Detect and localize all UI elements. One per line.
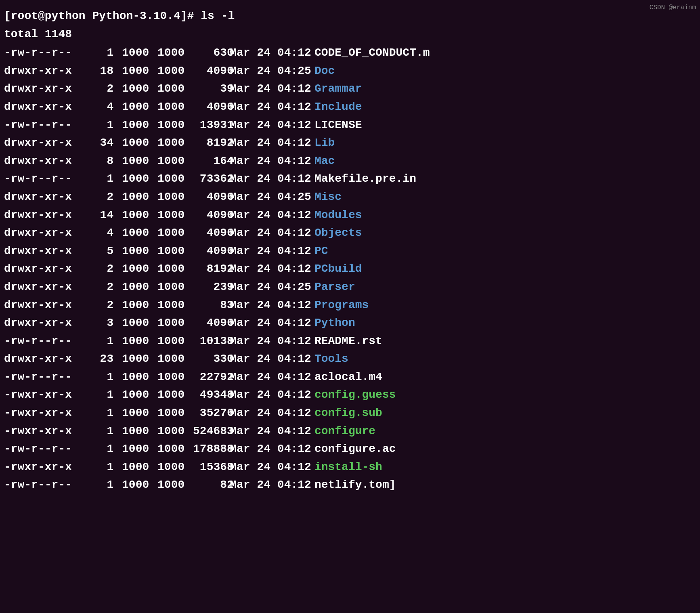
list-item: -rwxr-xr-x 1 1000 1000 524683Mar 24 04:1… xyxy=(4,422,696,441)
file-user: 1000 xyxy=(115,63,149,80)
list-item: drwxr-xr-x 4 1000 1000 4096Mar 24 04:12O… xyxy=(4,224,696,242)
file-links: 2 xyxy=(86,81,113,97)
file-perms: -rw-r--r-- xyxy=(4,117,85,134)
file-name: Include xyxy=(314,99,362,115)
file-user: 1000 xyxy=(115,117,149,134)
file-links: 1 xyxy=(86,45,113,61)
file-perms: -rw-r--r-- xyxy=(4,45,85,61)
file-user: 1000 xyxy=(115,477,149,493)
file-size: 39 xyxy=(186,81,226,97)
file-date: Mar 24 04:25 xyxy=(230,279,311,296)
file-links: 2 xyxy=(86,279,113,296)
file-group: 1000 xyxy=(151,369,184,386)
file-user: 1000 xyxy=(115,171,149,187)
list-item: -rw-r--r-- 1 1000 1000 82Mar 24 04:12net… xyxy=(4,476,696,494)
file-group: 1000 xyxy=(151,459,184,476)
file-links: 3 xyxy=(86,315,113,332)
file-links: 1 xyxy=(86,405,113,422)
file-date: Mar 24 04:12 xyxy=(230,459,311,476)
file-group: 1000 xyxy=(151,477,184,493)
file-user: 1000 xyxy=(115,261,149,277)
file-size: 178888 xyxy=(186,441,226,458)
file-group: 1000 xyxy=(151,153,184,170)
file-links: 1 xyxy=(86,477,113,493)
file-user: 1000 xyxy=(115,45,149,61)
file-links: 2 xyxy=(86,261,113,277)
file-date: Mar 24 04:12 xyxy=(230,153,311,170)
file-size: 4096 xyxy=(186,207,226,224)
file-group: 1000 xyxy=(151,279,184,296)
file-perms: drwxr-xr-x xyxy=(4,189,85,206)
file-user: 1000 xyxy=(115,315,149,332)
file-date: Mar 24 04:12 xyxy=(230,171,311,187)
file-group: 1000 xyxy=(151,315,184,332)
file-name: CODE_OF_CONDUCT.m xyxy=(314,45,430,61)
file-name: Objects xyxy=(314,225,362,241)
file-user: 1000 xyxy=(115,135,149,151)
file-links: 1 xyxy=(86,171,113,187)
file-perms: drwxr-xr-x xyxy=(4,315,85,332)
list-item: -rwxr-xr-x 1 1000 1000 15368Mar 24 04:12… xyxy=(4,458,696,477)
file-user: 1000 xyxy=(115,351,149,367)
file-size: 330 xyxy=(186,351,226,367)
file-links: 1 xyxy=(86,423,113,440)
file-user: 1000 xyxy=(115,81,149,97)
file-size: 22792 xyxy=(186,369,226,386)
file-size: 4096 xyxy=(186,225,226,241)
file-user: 1000 xyxy=(115,387,149,403)
watermark: CSDN @erainm xyxy=(650,4,696,11)
file-group: 1000 xyxy=(151,189,184,206)
file-group: 1000 xyxy=(151,297,184,314)
file-date: Mar 24 04:12 xyxy=(230,135,311,151)
file-links: 1 xyxy=(86,369,113,386)
list-item: drwxr-xr-x 8 1000 1000 164Mar 24 04:12Ma… xyxy=(4,152,696,170)
file-size: 630 xyxy=(186,45,226,61)
file-links: 18 xyxy=(86,63,113,80)
list-item: -rw-r--r-- 1 1000 1000 22792Mar 24 04:12… xyxy=(4,368,696,386)
file-links: 5 xyxy=(86,243,113,260)
file-name: config.sub xyxy=(314,405,382,422)
file-group: 1000 xyxy=(151,351,184,367)
file-date: Mar 24 04:12 xyxy=(230,243,311,260)
file-date: Mar 24 04:25 xyxy=(230,189,311,206)
file-user: 1000 xyxy=(115,297,149,314)
file-group: 1000 xyxy=(151,333,184,350)
file-user: 1000 xyxy=(115,441,149,458)
file-date: Mar 24 04:12 xyxy=(230,387,311,403)
file-perms: drwxr-xr-x xyxy=(4,225,85,241)
file-perms: drwxr-xr-x xyxy=(4,243,85,260)
file-group: 1000 xyxy=(151,117,184,134)
file-date: Mar 24 04:12 xyxy=(230,99,311,115)
file-date: Mar 24 04:12 xyxy=(230,405,311,422)
file-date: Mar 24 04:12 xyxy=(230,261,311,277)
file-links: 1 xyxy=(86,387,113,403)
file-perms: drwxr-xr-x xyxy=(4,351,85,367)
file-date: Mar 24 04:12 xyxy=(230,423,311,440)
file-name: configure.ac xyxy=(314,441,396,458)
file-date: Mar 24 04:12 xyxy=(230,369,311,386)
list-item: -rw-r--r-- 1 1000 1000 13931Mar 24 04:12… xyxy=(4,116,696,134)
list-item: -rw-r--r-- 1 1000 1000 73362Mar 24 04:12… xyxy=(4,170,696,188)
file-date: Mar 24 04:12 xyxy=(230,225,311,241)
file-name: aclocal.m4 xyxy=(314,369,382,386)
file-date: Mar 24 04:12 xyxy=(230,207,311,224)
file-perms: drwxr-xr-x xyxy=(4,153,85,170)
file-group: 1000 xyxy=(151,423,184,440)
file-size: 83 xyxy=(186,297,226,314)
file-name: netlify.tom] xyxy=(314,477,396,493)
file-name: PC xyxy=(314,243,328,260)
file-size: 524683 xyxy=(186,423,226,440)
file-name: README.rst xyxy=(314,333,382,350)
file-size: 239 xyxy=(186,279,226,296)
file-name: Doc xyxy=(314,63,335,80)
list-item: -rw-r--r-- 1 1000 1000 178888Mar 24 04:1… xyxy=(4,440,696,458)
file-user: 1000 xyxy=(115,99,149,115)
file-links: 1 xyxy=(86,333,113,350)
file-size: 4096 xyxy=(186,99,226,115)
file-perms: -rwxr-xr-x xyxy=(4,423,85,440)
file-name: Tools xyxy=(314,351,348,367)
file-listing: -rw-r--r-- 1 1000 1000 630Mar 24 04:12CO… xyxy=(4,44,696,494)
file-perms: drwxr-xr-x xyxy=(4,99,85,115)
file-group: 1000 xyxy=(151,243,184,260)
file-size: 4096 xyxy=(186,315,226,332)
